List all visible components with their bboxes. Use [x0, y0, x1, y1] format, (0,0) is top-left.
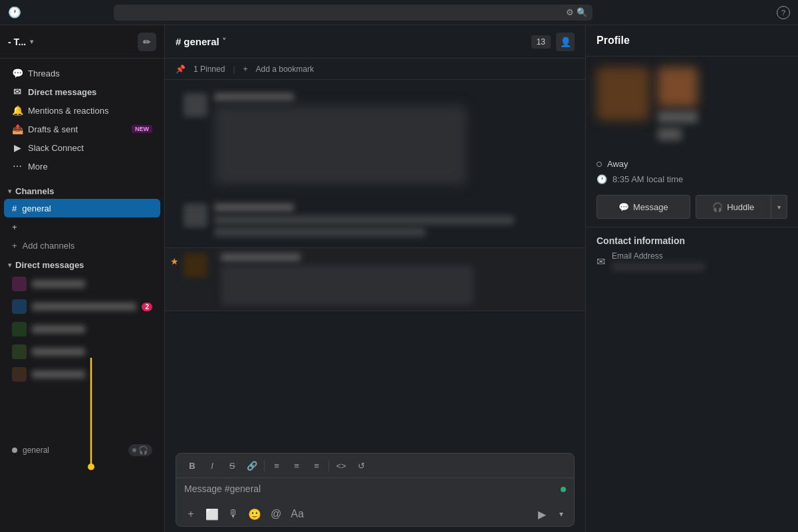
message-text-input[interactable]: Message #general	[176, 478, 574, 502]
msg-image-1	[214, 105, 467, 185]
bottom-dm-general[interactable]: general 🎧	[4, 439, 160, 462]
help-icon[interactable]: ?	[777, 6, 790, 19]
dm-label: Direct messages	[28, 87, 96, 97]
huddle-main-button[interactable]: 🎧 Huddle	[696, 195, 772, 219]
message-block-2	[176, 198, 575, 245]
workspace-label: - T...	[8, 37, 26, 47]
green-dot-indicator	[561, 483, 566, 494]
mic-button[interactable]: 🎙	[224, 505, 243, 523]
main-layout: - T... ▾ ✏ 💬 Threads ✉ Direct messages 🔔…	[0, 25, 798, 532]
dm-name-2	[32, 303, 136, 311]
top-bar: 🕐 ⚙ 🔍 ?	[0, 0, 798, 25]
indent-button[interactable]: ≡	[307, 458, 326, 473]
drafts-label: Drafts & sent	[28, 124, 78, 134]
channel-general-label: general	[22, 203, 51, 213]
compose-button[interactable]: ✏	[138, 33, 156, 51]
mail-icon: ✉	[597, 255, 605, 268]
starred-name	[221, 253, 301, 261]
bold-button[interactable]: B	[183, 458, 201, 473]
starred-image	[221, 265, 473, 305]
channel-item-general[interactable]: # general	[4, 199, 160, 217]
profile-avatar-side	[658, 67, 698, 107]
dm-icon: ✉	[12, 86, 23, 97]
contact-title: Contact information	[597, 235, 787, 246]
send-options-button[interactable]: ▾	[554, 505, 569, 523]
video-button[interactable]: ⬜	[203, 505, 221, 523]
search-input[interactable]	[119, 8, 566, 17]
mini-headphones-icon: 🎧	[138, 446, 148, 455]
sidebar: - T... ▾ ✏ 💬 Threads ✉ Direct messages 🔔…	[0, 25, 165, 532]
sidebar-item-drafts[interactable]: 📤 Drafts & sent NEW	[4, 120, 160, 138]
huddle-options-button[interactable]: ▾	[771, 195, 787, 219]
add-channels-button[interactable]: + Add channels	[4, 236, 160, 255]
strikethrough-button[interactable]: S	[223, 458, 241, 473]
dm-name-1	[32, 280, 85, 288]
redo-button[interactable]: ↺	[352, 458, 370, 473]
general-status-dot	[12, 448, 17, 453]
msg-line-2	[214, 227, 426, 237]
add-member-button[interactable]: 👤	[556, 33, 575, 51]
message-row-1	[184, 93, 567, 188]
dm-list-item-3[interactable]	[4, 318, 160, 340]
status-row: Away	[586, 156, 798, 172]
message-profile-button[interactable]: 💬 Message	[597, 195, 690, 219]
sidebar-item-slack-connect[interactable]: ▶ Slack Connect	[4, 138, 160, 157]
sidebar-item-threads[interactable]: 💬 Threads	[4, 64, 160, 82]
channel-title[interactable]: # general ˅	[176, 36, 226, 47]
top-bar-right: ?	[777, 6, 790, 19]
ordered-list-button[interactable]: ≡	[267, 458, 286, 473]
message-row-2	[184, 203, 567, 239]
new-badge: NEW	[132, 125, 152, 133]
profile-name	[658, 111, 698, 123]
profile-title: Profile	[586, 25, 798, 57]
channels-section-label: Channels	[15, 186, 55, 196]
emoji-button[interactable]: 🙂	[245, 505, 264, 523]
dm-list-item-2[interactable]: 2	[4, 295, 160, 318]
dm-list-item-1[interactable]	[4, 273, 160, 295]
channels-section-header[interactable]: ▾ Channels	[0, 181, 164, 199]
mention-button[interactable]: @	[267, 505, 285, 523]
contact-item-email: ✉ Email Address	[597, 251, 787, 271]
format-button[interactable]: Aa	[288, 505, 307, 523]
message-profile-icon: 💬	[618, 202, 629, 212]
dm-list-item-4[interactable]	[4, 340, 160, 363]
workspace-name[interactable]: - T... ▾	[8, 37, 33, 47]
top-bar-left: 🕐	[8, 6, 21, 19]
more-label: More	[28, 162, 48, 172]
filter-icon: ⚙	[566, 7, 574, 17]
channels-toggle-icon: ▾	[8, 188, 11, 195]
channel-header: # general ˅ 13 👤	[165, 25, 585, 59]
attach-button[interactable]: +	[182, 505, 200, 523]
member-count[interactable]: 13	[531, 35, 551, 49]
pinned-label[interactable]: 1 Pinned	[194, 65, 225, 74]
msg-name-2	[214, 203, 294, 211]
sidebar-item-more[interactable]: ⋯ More	[4, 157, 160, 176]
channel-item-extra[interactable]: +	[4, 217, 160, 236]
dm-list-item-5[interactable]	[4, 363, 160, 386]
link-button[interactable]: 🔗	[243, 458, 261, 473]
bottom-mini-indicator: 🎧	[128, 444, 152, 456]
sidebar-item-direct-messages[interactable]: ✉ Direct messages	[4, 82, 160, 101]
input-bottom-bar: + ⬜ 🎙 🙂 @ Aa ▶ ▾	[176, 502, 574, 526]
add-bookmark-label[interactable]: Add a bookmark	[256, 65, 314, 74]
channel-plus-icon: +	[12, 222, 17, 232]
send-button[interactable]: ▶	[533, 505, 551, 523]
local-time: 8:35 AM local time	[612, 174, 683, 184]
dm-section-header[interactable]: ▾ Direct messages	[0, 255, 164, 273]
pin-icon: 📌	[176, 65, 186, 74]
code-button[interactable]: <>	[332, 458, 350, 473]
dm-badge-2: 2	[142, 303, 152, 311]
threads-icon: 💬	[12, 68, 23, 78]
unordered-list-button[interactable]: ≡	[287, 458, 306, 473]
drafts-icon: 📤	[12, 124, 23, 134]
toolbar-divider-1	[264, 460, 265, 471]
history-icon[interactable]: 🕐	[8, 6, 21, 19]
bottom-channel-name: general	[23, 446, 49, 455]
input-toolbar: B I S 🔗 ≡ ≡ ≡ <> ↺	[176, 454, 574, 478]
starred-avatar	[184, 253, 207, 277]
dm-avatar-4	[12, 344, 27, 359]
channel-dropdown-icon: ˅	[222, 37, 226, 47]
italic-button[interactable]: I	[203, 458, 221, 473]
search-bar[interactable]: ⚙ 🔍	[114, 5, 593, 21]
sidebar-item-mentions[interactable]: 🔔 Mentions & reactions	[4, 101, 160, 120]
